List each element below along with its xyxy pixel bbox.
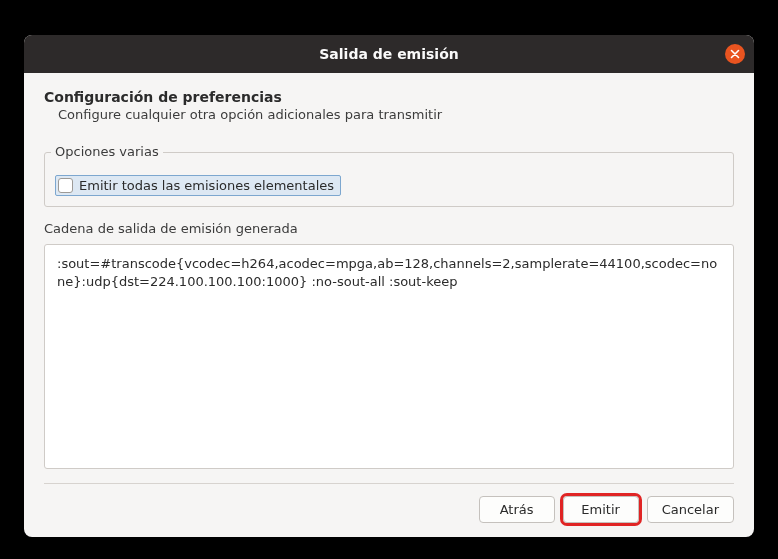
titlebar: Salida de emisión xyxy=(24,35,754,73)
section-subtitle: Configure cualquier otra opción adiciona… xyxy=(58,107,734,122)
checkbox-icon xyxy=(58,178,73,193)
emit-button[interactable]: Emitir xyxy=(563,496,639,523)
close-icon xyxy=(730,49,740,59)
misc-options-group: Opciones varias Emitir todas las emision… xyxy=(44,152,734,207)
back-button[interactable]: Atrás xyxy=(479,496,555,523)
stream-output-dialog: Salida de emisión Configuración de prefe… xyxy=(24,35,754,537)
misc-options-label: Opciones varias xyxy=(51,144,163,159)
window-title: Salida de emisión xyxy=(319,46,458,62)
generated-string-textarea[interactable]: :sout=#transcode{vcodec=h264,acodec=mpga… xyxy=(44,244,734,469)
dialog-content: Configuración de preferencias Configure … xyxy=(24,73,754,537)
close-button[interactable] xyxy=(725,44,745,64)
button-bar: Atrás Emitir Cancelar xyxy=(44,483,734,523)
cancel-button[interactable]: Cancelar xyxy=(647,496,734,523)
section-header: Configuración de preferencias Configure … xyxy=(44,89,734,122)
generated-string-value: :sout=#transcode{vcodec=h264,acodec=mpga… xyxy=(57,256,717,289)
emit-all-label: Emitir todas las emisiones elementales xyxy=(79,178,334,193)
emit-all-checkbox-row[interactable]: Emitir todas las emisiones elementales xyxy=(55,175,341,196)
generated-string-label: Cadena de salida de emisión generada xyxy=(44,221,734,236)
section-title: Configuración de preferencias xyxy=(44,89,734,105)
